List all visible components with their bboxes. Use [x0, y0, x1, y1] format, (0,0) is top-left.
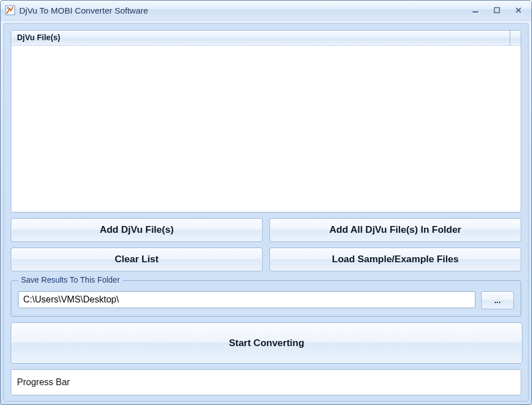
- progress-bar: Progress Bar: [11, 369, 521, 395]
- clear-list-button[interactable]: Clear List: [11, 248, 263, 271]
- file-list-body[interactable]: [11, 46, 521, 212]
- button-row-2: Clear List Load Sample/Example Files: [11, 248, 521, 271]
- file-list-header[interactable]: DjVu File(s): [11, 31, 510, 45]
- svg-rect-3: [495, 8, 500, 13]
- titlebar: DjVu To MOBI Converter Software: [1, 1, 531, 20]
- app-window: DjVu To MOBI Converter Software DjVu Fil…: [0, 0, 532, 405]
- browse-button[interactable]: ...: [481, 291, 514, 309]
- add-folder-button[interactable]: Add All DjVu File(s) In Folder: [269, 218, 521, 242]
- button-row-1: Add DjVu File(s) Add All DjVu File(s) In…: [11, 218, 521, 242]
- save-folder-legend: Save Results To This Folder: [18, 275, 123, 284]
- svg-rect-2: [473, 11, 478, 12]
- svg-point-1: [7, 7, 9, 9]
- file-list-panel: DjVu File(s): [11, 30, 521, 212]
- close-button[interactable]: [510, 5, 527, 16]
- file-list-header-row: DjVu File(s): [11, 31, 521, 46]
- save-folder-group: Save Results To This Folder ...: [11, 280, 521, 317]
- save-folder-row: ...: [18, 291, 514, 309]
- add-files-button[interactable]: Add DjVu File(s): [11, 218, 263, 242]
- client-area: DjVu File(s) Add DjVu File(s) Add All Dj…: [3, 23, 529, 402]
- minimize-button[interactable]: [467, 5, 484, 16]
- window-title: DjVu To MOBI Converter Software: [19, 6, 462, 15]
- maximize-button[interactable]: [488, 5, 505, 16]
- file-list-header-spacer: [510, 31, 521, 45]
- load-sample-button[interactable]: Load Sample/Example Files: [269, 248, 521, 271]
- app-icon: [5, 5, 15, 15]
- progress-label: Progress Bar: [17, 377, 70, 387]
- save-folder-input[interactable]: [18, 291, 475, 308]
- start-converting-button[interactable]: Start Converting: [11, 322, 522, 364]
